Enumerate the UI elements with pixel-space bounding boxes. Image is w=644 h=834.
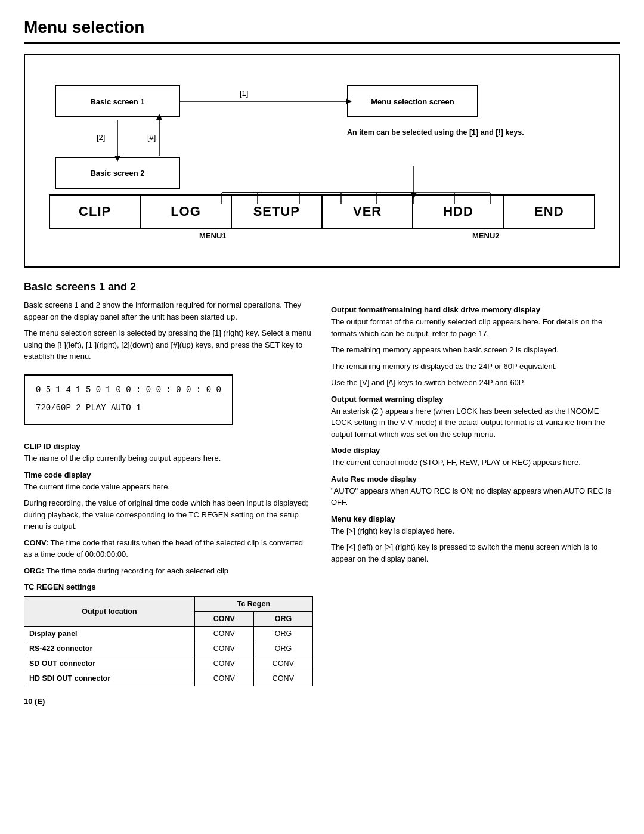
menu-key-label: Menu key display bbox=[331, 514, 620, 523]
table-cell-value: CONV bbox=[194, 641, 253, 656]
table-cell-value: CONV bbox=[253, 656, 312, 671]
time-code-label: Time code display bbox=[24, 470, 313, 479]
table-row: SD OUT connectorCONVCONV bbox=[24, 656, 313, 671]
display-line2: 720/60P 2 PLAY AUTO 1 bbox=[36, 398, 221, 417]
mode-display-text: The current control mode (STOP, FF, REW,… bbox=[331, 457, 620, 469]
section-heading: Basic screens 1 and 2 bbox=[24, 281, 620, 293]
auto-rec-text: "AUTO" appears when AUTO REC is ON; no d… bbox=[331, 485, 620, 509]
menu-item-setup: SETUP bbox=[232, 194, 323, 229]
org-para: ORG: The time code during recording for … bbox=[24, 565, 313, 577]
key-note: An item can be selected using the [1] an… bbox=[347, 127, 524, 138]
key1-label: [1] bbox=[240, 89, 248, 98]
table-cell-value: CONV bbox=[194, 671, 253, 686]
display-line1: 0 5 1 4 1 5 0 1 0 0 : 0 0 : 0 0 : 0 0 bbox=[36, 383, 221, 398]
diagram-container: Basic screen 1 Basic screen 2 Menu selec… bbox=[24, 54, 620, 268]
left-column: Basic screens 1 and 2 show the informati… bbox=[24, 299, 313, 686]
table-col1-header: Output location bbox=[24, 597, 195, 627]
intro-p1: Basic screens 1 and 2 show the informati… bbox=[24, 299, 313, 323]
clip-id-label: CLIP ID display bbox=[24, 442, 313, 451]
key2-label: [2] bbox=[97, 133, 105, 142]
basic-screen-2-label: Basic screen 2 bbox=[90, 169, 144, 178]
menu-item-end: END bbox=[504, 194, 595, 229]
conv-text: The time code that results when the head… bbox=[24, 538, 303, 559]
org-bold: ORG: bbox=[24, 566, 44, 575]
conv-para: CONV: The time code that results when th… bbox=[24, 537, 313, 560]
page-title: Menu selection bbox=[24, 18, 620, 37]
menu1-label: MENU1 bbox=[49, 231, 377, 240]
output-format-p4: Use the [V] and [/\] keys to switch betw… bbox=[331, 377, 620, 389]
output-format-p2: The remaining memory appears when basic … bbox=[331, 344, 620, 356]
keyHash-label: [#] bbox=[147, 133, 156, 142]
time-code-p2: During recording, the value of original … bbox=[24, 497, 313, 532]
display-box: 0 5 1 4 1 5 0 1 0 0 : 0 0 : 0 0 : 0 0 72… bbox=[24, 374, 233, 426]
menu-item-clip: CLIP bbox=[49, 194, 141, 229]
output-format-p3: The remaining memory is displayed as the… bbox=[331, 361, 620, 373]
page-number: 10 (E) bbox=[24, 697, 620, 706]
menu-item-log: LOG bbox=[141, 194, 231, 229]
table-cell-output: Display panel bbox=[24, 627, 195, 641]
mode-display-label: Mode display bbox=[331, 446, 620, 455]
tc-regen-table: Output location Tc Regen CONV ORG Displa… bbox=[24, 596, 313, 686]
table-cell-value: CONV bbox=[194, 656, 253, 671]
basic-screen-1-label: Basic screen 1 bbox=[90, 97, 144, 106]
output-warning-label: Output format warning display bbox=[331, 395, 620, 404]
two-col-layout: Basic screens 1 and 2 show the informati… bbox=[24, 299, 620, 686]
auto-rec-label: Auto Rec mode display bbox=[331, 475, 620, 483]
table-cell-value: ORG bbox=[253, 627, 312, 641]
basic-screen-1-box: Basic screen 1 bbox=[55, 85, 180, 117]
menu-item-ver: VER bbox=[323, 194, 413, 229]
table-cell-value: CONV bbox=[194, 627, 253, 641]
output-format-label: Output format/remaining hard disk drive … bbox=[331, 305, 620, 314]
menu-selection-box: Menu selection screen bbox=[347, 85, 478, 117]
table-cell-value: ORG bbox=[253, 641, 312, 656]
basic-screen-2-box: Basic screen 2 bbox=[55, 157, 180, 189]
menu2-label: MENU2 bbox=[377, 231, 595, 240]
table-cell-output: SD OUT connector bbox=[24, 656, 195, 671]
menu-items-row: CLIP LOG SETUP VER HDD END MENU1 MENU2 bbox=[49, 194, 595, 240]
conv-bold: CONV: bbox=[24, 538, 48, 547]
clip-id-text: The name of the clip currently being out… bbox=[24, 452, 313, 464]
table-org-header: ORG bbox=[253, 612, 312, 627]
table-col2-header: Tc Regen bbox=[194, 597, 312, 612]
table-row: HD SDI OUT connectorCONVCONV bbox=[24, 671, 313, 686]
right-column: Output format/remaining hard disk drive … bbox=[331, 299, 620, 686]
tc-regen-label: TC REGEN settings bbox=[24, 582, 313, 591]
table-row: RS-422 connectorCONVORG bbox=[24, 641, 313, 656]
table-cell-output: HD SDI OUT connector bbox=[24, 671, 195, 686]
table-cell-output: RS-422 connector bbox=[24, 641, 195, 656]
table-cell-value: CONV bbox=[253, 671, 312, 686]
org-text: The time code during recording for each … bbox=[46, 566, 228, 575]
intro-p2: The menu selection screen is selected by… bbox=[24, 327, 313, 362]
menu-key-p1: The [>] (right) key is displayed here. bbox=[331, 525, 620, 537]
time-code-text: The current time code value appears here… bbox=[24, 481, 313, 493]
menu-key-p2: The [<] (left) or [>] (right) key is pre… bbox=[331, 541, 620, 565]
output-warning-text: An asterisk (2 ) appears here (when LOCK… bbox=[331, 405, 620, 441]
table-row: Display panelCONVORG bbox=[24, 627, 313, 641]
table-conv-header: CONV bbox=[194, 612, 253, 627]
menu-item-hdd: HDD bbox=[413, 194, 504, 229]
output-format-p1: The output format of the currently selec… bbox=[331, 316, 620, 339]
menu-selection-label: Menu selection screen bbox=[371, 97, 454, 106]
